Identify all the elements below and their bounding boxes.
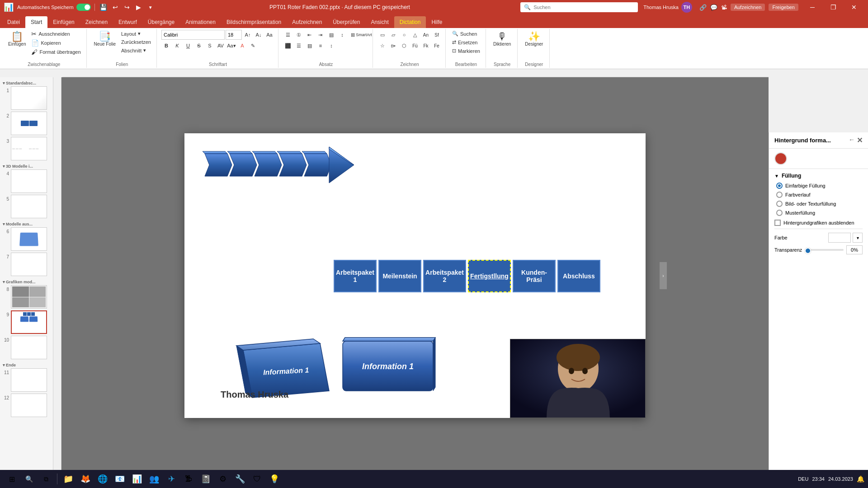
line-spacing-button[interactable]: ↕ (326, 41, 336, 51)
shape-fertigstllung[interactable]: Fertigstllung (468, 260, 511, 292)
undo-icon[interactable]: ↩ (110, 2, 120, 12)
slide-thumb-1[interactable] (11, 86, 47, 110)
shape-arbeitspaket-2[interactable]: Arbeitspaket2 (423, 260, 466, 292)
suchen-button[interactable]: 🔍Suchen (450, 30, 479, 38)
section-modelle-aus[interactable]: ▾ Modelle aus... (2, 220, 51, 227)
taskbar-misc4-icon[interactable]: 💡 (266, 471, 283, 487)
aufzeichnen-btn[interactable]: Aufzeichnen (731, 4, 765, 11)
underline-button[interactable]: U (183, 41, 193, 51)
slide-thumb-9[interactable] (11, 310, 47, 334)
numbering-button[interactable]: ① (294, 30, 304, 40)
slide-thumb-8[interactable] (11, 285, 47, 309)
markieren-button[interactable]: ⊡Markieren (450, 47, 482, 55)
taskbar-powerpoint-icon[interactable]: 📊 (129, 471, 145, 487)
tab-zeichnen[interactable]: Zeichnen (80, 16, 113, 28)
section-ende[interactable]: ▾ Ende (2, 361, 51, 368)
tab-dictation[interactable]: Dictation (394, 16, 426, 28)
schnellformat-button[interactable]: Sf (432, 30, 442, 40)
tab-einfuegen[interactable]: Einfügen (47, 16, 80, 28)
designer-button[interactable]: ✨ Designer (522, 30, 546, 48)
shape4[interactable]: △ (410, 30, 420, 40)
spacing-button[interactable]: AV (216, 41, 226, 51)
align-left-button[interactable]: ⬛ (283, 41, 293, 51)
taskbar-keyboard-layout[interactable]: DEU (798, 476, 808, 482)
slide-thumb-11[interactable] (11, 368, 47, 392)
tab-start[interactable]: Start (25, 16, 47, 28)
slide-thumb-10[interactable] (11, 336, 47, 359)
increase-font-button[interactable]: A↑ (243, 30, 253, 40)
diktieren-button[interactable]: 🎙 Diktieren (491, 30, 514, 48)
slide-thumb-3[interactable]: — — — — — — (11, 137, 47, 160)
slide-thumb-7[interactable] (11, 253, 47, 276)
restore-button[interactable]: ❐ (823, 0, 844, 14)
slide-thumb-12[interactable] (11, 394, 47, 417)
taskbar-onenote-icon[interactable]: 📓 (198, 471, 214, 487)
transparenz-slider[interactable] (805, 249, 844, 251)
formkontur-button[interactable]: Fk (421, 41, 431, 51)
layout-button[interactable]: Layout ▾ (119, 30, 153, 38)
text-direction-button[interactable]: ↕ (337, 30, 347, 40)
color-dropdown-icon[interactable]: ▾ (853, 233, 863, 243)
shape-arbeitspaket-1[interactable]: Arbeitspaket1 (334, 260, 377, 292)
italic-button[interactable]: K (172, 41, 182, 51)
user-avatar[interactable]: TH (681, 2, 692, 13)
section-grafiken-mod[interactable]: ▾ Grafiken mod... (2, 278, 51, 285)
slide-area[interactable]: Arbeitspaket1 Meilenstein Arbeitspaket2 … (61, 77, 769, 474)
slide-thumb-4[interactable] (11, 169, 47, 193)
slide-canvas[interactable]: Arbeitspaket1 Meilenstein Arbeitspaket2 … (184, 133, 646, 418)
section-standardabsc[interactable]: ▾ Standardabsc... (2, 79, 51, 86)
tab-datei[interactable]: Datei (2, 16, 25, 28)
dropdown-icon[interactable]: ▼ (146, 2, 156, 12)
smartart-button[interactable]: SmartArt (359, 30, 369, 40)
redo-icon[interactable]: ↪ (122, 2, 132, 12)
autosave-toggle[interactable] (76, 4, 91, 11)
tab-ansicht[interactable]: Ansicht (365, 16, 394, 28)
taskbar-chrome-icon[interactable]: 🌐 (94, 471, 111, 487)
format-uebertragen-button[interactable]: 🖌Format übertragen (29, 48, 82, 56)
share-icon[interactable]: 🔗 (699, 4, 707, 11)
taskbar-telegram-icon[interactable]: ✈ (163, 471, 179, 487)
kopieren-button[interactable]: 📄Kopieren (29, 39, 82, 47)
close-button[interactable]: ✕ (844, 0, 864, 14)
search-box[interactable]: 🔍 (520, 2, 638, 12)
clear-format-button[interactable]: Aa (264, 30, 274, 40)
taskbar-misc3-icon[interactable]: 🛡 (249, 471, 265, 487)
taskbar-teams-icon[interactable]: 👥 (146, 471, 162, 487)
slide-thumb-2[interactable] (11, 112, 47, 135)
transparenz-value[interactable]: 0% (846, 245, 863, 254)
radio-farbverlauf[interactable]: Farbverlauf (776, 192, 863, 198)
decrease-font-button[interactable]: A↓ (254, 30, 264, 40)
checkbox-hintergrund[interactable]: Hintergrundgrafiken ausblenden (774, 220, 863, 226)
fuelleffekt-button[interactable]: Fü (410, 41, 420, 51)
taskbar-misc2-icon[interactable]: 🔧 (232, 471, 248, 487)
taskbar-7zip-icon[interactable]: 🗜 (180, 471, 197, 487)
taskbar-windows-icon[interactable]: ⊞ (4, 471, 20, 487)
tab-hilfe[interactable]: Hilfe (426, 16, 448, 28)
shape2[interactable]: ▱ (388, 30, 398, 40)
tab-animationen[interactable]: Animationen (180, 16, 221, 28)
taskbar-misc1-icon[interactable]: ⚙ (215, 471, 231, 487)
present-icon[interactable]: ▶ (134, 2, 144, 12)
decrease-indent-button[interactable]: ⇤ (305, 30, 315, 40)
strikethrough-button[interactable]: S (194, 41, 204, 51)
taskbar-outlook-icon[interactable]: 📧 (112, 471, 128, 487)
taskbar-explorer-icon[interactable]: 📁 (60, 471, 76, 487)
search-input[interactable] (533, 5, 634, 10)
align-center-button[interactable]: ☰ (294, 41, 304, 51)
justify-button[interactable]: ≡ (316, 41, 326, 51)
bold-button[interactable]: B (161, 41, 171, 51)
tab-aufzeichnen[interactable]: Aufzeichnen (287, 16, 327, 28)
ausschneiden-button[interactable]: ✂Ausschneiden (29, 30, 82, 38)
abschnitt-button[interactable]: Abschnitt ▾ (119, 47, 153, 54)
taskbar-task-view-icon[interactable]: ⧉ (38, 471, 54, 487)
tab-uebergaenge[interactable]: Übergänge (142, 16, 180, 28)
einfuegen-button[interactable]: 📋 Einfügen (5, 30, 28, 48)
columns-button[interactable]: ▤ (326, 30, 336, 40)
panel-close-button[interactable]: ✕ (857, 136, 863, 145)
bullets-button[interactable]: ☰ (283, 30, 293, 40)
shape3[interactable]: ○ (399, 30, 409, 40)
color-swatch[interactable] (828, 233, 851, 243)
anordnen-button[interactable]: An (421, 30, 431, 40)
color-preview-swatch[interactable] (774, 152, 787, 165)
radio-einfarbig[interactable]: Einfarbige Füllung (776, 183, 863, 189)
